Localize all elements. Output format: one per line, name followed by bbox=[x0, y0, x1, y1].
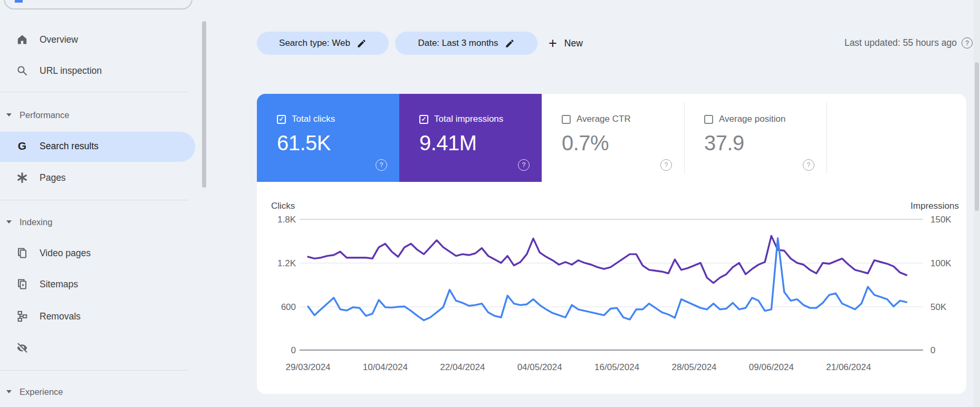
svg-text:100K: 100K bbox=[930, 258, 952, 268]
sidebar-item-search-results[interactable]: G Search results bbox=[0, 133, 195, 159]
help-icon[interactable]: ? bbox=[962, 37, 973, 49]
date-range-chip[interactable]: Date: Last 3 months bbox=[395, 32, 537, 55]
sidebar-divider bbox=[0, 200, 189, 200]
sidebar-item-label: Overview bbox=[40, 34, 78, 45]
sidebar-item-removals[interactable] bbox=[0, 335, 195, 361]
sidebar-item-overview[interactable]: Overview bbox=[0, 26, 195, 53]
google-g-icon: G bbox=[16, 140, 28, 152]
chevron-down-icon bbox=[6, 220, 12, 224]
plus-icon: + bbox=[549, 36, 557, 51]
window-scrollbar-thumb[interactable] bbox=[975, 62, 979, 211]
svg-text:0: 0 bbox=[291, 345, 296, 355]
sidebar-item-label: Search results bbox=[40, 141, 99, 152]
svg-text:10/04/2024: 10/04/2024 bbox=[363, 362, 408, 372]
svg-text:0: 0 bbox=[930, 345, 935, 355]
discover-icon bbox=[16, 171, 28, 184]
search-type-chip[interactable]: Search type: Web bbox=[257, 32, 389, 55]
svg-text:04/05/2024: 04/05/2024 bbox=[517, 362, 562, 372]
sidebar-divider bbox=[0, 92, 189, 92]
section-header-performance[interactable]: Performance bbox=[0, 107, 195, 123]
svg-text:1.8K: 1.8K bbox=[277, 215, 296, 225]
sitemaps-icon bbox=[16, 310, 28, 323]
svg-text:Impressions: Impressions bbox=[910, 201, 959, 211]
chevron-down-icon bbox=[6, 390, 12, 393]
search-console-window: Overview URL inspection Performance G Se… bbox=[0, 0, 980, 407]
sidebar-item-label: Sitemaps bbox=[40, 279, 78, 290]
removals-icon bbox=[16, 342, 28, 354]
performance-line-chart[interactable]: 1.8K1.2K6000150K100K50K0ClicksImpression… bbox=[257, 94, 966, 394]
sidebar-item-video-pages[interactable]: Sitemaps bbox=[0, 271, 195, 297]
svg-text:600: 600 bbox=[281, 302, 296, 312]
sidebar-item-label: Removals bbox=[40, 311, 81, 322]
svg-text:1.2K: 1.2K bbox=[277, 258, 296, 268]
section-header-experience[interactable]: Experience bbox=[0, 384, 195, 400]
sidebar-item-pages[interactable]: Video pages bbox=[0, 240, 195, 266]
sidebar-item-label: Pages bbox=[40, 172, 66, 183]
video-pages-icon bbox=[16, 278, 28, 290]
sidebar-item-label: Video pages bbox=[40, 248, 91, 259]
property-favicon bbox=[15, 0, 23, 3]
svg-text:21/06/2024: 21/06/2024 bbox=[826, 362, 871, 372]
sidebar-item-url-inspection[interactable]: URL inspection bbox=[0, 57, 195, 84]
chevron-down-icon bbox=[6, 113, 12, 117]
pages-icon bbox=[16, 247, 28, 259]
svg-text:28/05/2024: 28/05/2024 bbox=[671, 362, 716, 372]
property-selector[interactable] bbox=[4, 0, 193, 9]
sidebar-item-label: URL inspection bbox=[40, 65, 102, 76]
sidebar-scrollbar[interactable] bbox=[202, 21, 206, 188]
pencil-icon bbox=[357, 38, 367, 49]
pencil-icon bbox=[505, 38, 515, 49]
sidebar-item-sitemaps[interactable]: Removals bbox=[0, 303, 195, 330]
svg-text:Clicks: Clicks bbox=[271, 201, 295, 211]
svg-text:50K: 50K bbox=[930, 302, 947, 312]
section-header-indexing[interactable]: Indexing bbox=[0, 214, 195, 230]
svg-text:150K: 150K bbox=[930, 215, 952, 225]
new-filter-button[interactable]: + New bbox=[549, 32, 583, 55]
home-icon bbox=[16, 33, 28, 46]
performance-card: Total clicks 61.5K ? Total impressions 9… bbox=[257, 94, 966, 394]
svg-text:22/04/2024: 22/04/2024 bbox=[440, 362, 485, 372]
svg-text:16/05/2024: 16/05/2024 bbox=[594, 362, 639, 372]
last-updated-status: Last updated: 55 hours ago ? bbox=[844, 37, 973, 49]
svg-text:09/06/2024: 09/06/2024 bbox=[749, 362, 794, 372]
sidebar-divider bbox=[0, 370, 189, 371]
svg-text:29/03/2024: 29/03/2024 bbox=[285, 362, 330, 372]
search-icon bbox=[16, 64, 28, 77]
sidebar: Overview URL inspection Performance G Se… bbox=[0, 0, 211, 407]
sidebar-item-discover[interactable]: Pages bbox=[0, 164, 195, 191]
